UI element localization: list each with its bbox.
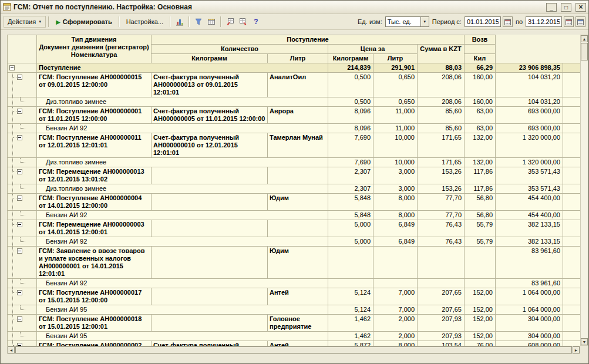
vertical-scroll-thumb[interactable] xyxy=(581,43,588,60)
cell-price-kg[interactable] xyxy=(418,279,465,288)
cell-price-kg[interactable]: 103,54 xyxy=(418,341,465,346)
cell-qty-liter[interactable]: 2,000 xyxy=(373,315,418,332)
cell-qty-liter[interactable]: 11,000 xyxy=(373,107,418,124)
cell-return[interactable] xyxy=(563,211,581,220)
cell-qty-liter[interactable]: 7,000 xyxy=(373,288,418,305)
cell-contractor[interactable]: Аврора xyxy=(268,107,328,124)
vertical-scrollbar[interactable]: ▲ ▼ xyxy=(580,35,588,346)
cell-price-liter[interactable]: 63,00 xyxy=(465,107,496,124)
column-header-quantity[interactable]: Количество xyxy=(152,45,328,54)
cell-price-liter[interactable]: 152,00 xyxy=(465,315,496,332)
cell-qty-kg[interactable]: 7,690 xyxy=(328,133,373,158)
cell-return[interactable] xyxy=(563,158,581,167)
cell-document[interactable]: ГСМ: Перемещение АН000000003 от 14.01.20… xyxy=(37,220,152,237)
generate-button[interactable]: ▶ Сформировать xyxy=(52,16,116,28)
cell-document[interactable]: ГСМ: Заявление о ввозе товаров и уплате … xyxy=(37,247,152,279)
cell-price-liter[interactable]: 66,29 xyxy=(465,63,496,73)
cell-sum[interactable]: 83 961,60 xyxy=(496,247,563,279)
cell-registrar[interactable] xyxy=(152,315,268,332)
column-header-liter[interactable]: Литр xyxy=(268,54,328,63)
cell-nomenclature[interactable]: Бензин АИ 92 xyxy=(37,237,328,247)
period-from-input[interactable] xyxy=(465,16,501,27)
cell-price-liter[interactable]: 63,00 xyxy=(465,124,496,133)
chart-icon[interactable] xyxy=(173,16,186,28)
cell-qty-liter[interactable]: 3,000 xyxy=(373,184,418,194)
period-to-input[interactable] xyxy=(526,16,562,27)
cell-qty-liter[interactable]: 2,000 xyxy=(373,332,418,341)
cell-registrar[interactable] xyxy=(152,247,268,279)
column-header-descriptor[interactable]: Тип движения Документ движения (регистра… xyxy=(37,35,152,63)
unit-dropdown-button[interactable]: ▼ xyxy=(420,16,429,27)
settings-button[interactable]: Настройка... xyxy=(122,16,167,28)
cell-price-liter[interactable]: 132,00 xyxy=(465,158,496,167)
cell-qty-liter[interactable]: 10,000 xyxy=(373,158,418,167)
cell-price-liter[interactable]: 76,00 xyxy=(465,341,496,346)
cell-sum[interactable]: 382 133,15 xyxy=(496,237,563,247)
cell-price-liter[interactable]: 160,00 xyxy=(465,73,496,97)
cell-return[interactable] xyxy=(563,279,581,288)
cell-sum[interactable]: 1 064 000,00 xyxy=(496,288,563,305)
tree-collapse-icon[interactable] xyxy=(17,196,22,201)
horizontal-scrollbar[interactable]: ◄ ► xyxy=(7,346,580,354)
cell-qty-kg[interactable]: 0,500 xyxy=(328,73,373,97)
cell-return[interactable] xyxy=(563,63,581,73)
cell-qty-kg[interactable]: 5,124 xyxy=(328,288,373,305)
cell-sum[interactable]: 1 064 000,00 xyxy=(496,305,563,315)
cell-qty-liter[interactable] xyxy=(373,247,418,279)
cell-nomenclature[interactable]: Бензин АИ 95 xyxy=(37,332,328,341)
cell-sum[interactable]: 693 000,00 xyxy=(496,107,563,124)
cell-price-kg[interactable]: 207,93 xyxy=(418,332,465,341)
cell-nomenclature[interactable]: Диз.топливо зимнее xyxy=(37,97,328,107)
cell-contractor[interactable] xyxy=(268,167,328,184)
cell-qty-liter[interactable]: 8,000 xyxy=(373,211,418,220)
cell-price-liter[interactable]: 56,80 xyxy=(465,194,496,211)
minimize-button[interactable]: _ xyxy=(546,3,557,12)
cell-document[interactable]: ГСМ: Поступление АН000000018 от 15.01.20… xyxy=(37,315,152,332)
cell-registrar[interactable] xyxy=(152,167,268,184)
cell-qty-liter[interactable]: 6,849 xyxy=(373,220,418,237)
cell-price-kg[interactable]: 76,43 xyxy=(418,220,465,237)
cell-registrar[interactable]: Счет-фактура полученный АН000000010 от 1… xyxy=(152,133,268,158)
cell-document[interactable]: ГСМ: Поступление АН000000004 от 14.01.20… xyxy=(37,194,152,211)
cell-document[interactable]: ГСМ: Поступление АН000000001 от 11.01.20… xyxy=(37,107,152,124)
tree-collapse-icon[interactable] xyxy=(17,109,22,114)
cell-return[interactable] xyxy=(563,220,581,237)
cell-price-kg[interactable]: 208,06 xyxy=(418,73,465,97)
cell-price-kg[interactable]: 171,65 xyxy=(418,133,465,158)
cell-price-kg[interactable]: 85,60 xyxy=(418,124,465,133)
cell-sum[interactable]: 1 320 000,00 xyxy=(496,158,563,167)
tree-collapse-icon[interactable] xyxy=(17,222,22,227)
cell-document[interactable]: ГСМ: Поступление АН000000015 от 09.01.20… xyxy=(37,73,152,97)
cell-price-liter[interactable]: 55,79 xyxy=(465,220,496,237)
cell-qty-kg[interactable]: 8,096 xyxy=(328,107,373,124)
cell-qty-kg[interactable]: 214,839 xyxy=(328,63,373,73)
tree-collapse-icon[interactable] xyxy=(17,169,22,174)
cell-return[interactable] xyxy=(563,107,581,124)
column-header-kg[interactable]: Килограмм xyxy=(152,54,268,63)
scroll-right-icon[interactable]: ► xyxy=(573,346,580,353)
cell-nomenclature[interactable]: Диз.топливо зимнее xyxy=(37,184,328,194)
cell-nomenclature[interactable]: Бензин АИ 92 xyxy=(37,211,328,220)
cell-return[interactable] xyxy=(563,133,581,158)
scroll-up-icon[interactable]: ▲ xyxy=(581,35,588,42)
scroll-left-icon[interactable]: ◄ xyxy=(8,346,15,353)
cell-contractor[interactable]: Головное предприятие xyxy=(268,315,328,332)
cell-registrar[interactable] xyxy=(152,194,268,211)
cell-price-kg[interactable]: 207,65 xyxy=(418,288,465,305)
column-header-kg[interactable]: Килограмм xyxy=(328,54,373,63)
cell-registrar[interactable]: Счет-фактура полученный АН000000005 от 1… xyxy=(152,107,268,124)
cell-registrar[interactable] xyxy=(152,220,268,237)
cell-price-liter[interactable]: 117,86 xyxy=(465,167,496,184)
cell-contractor[interactable]: АналитОил xyxy=(268,73,328,97)
cell-return[interactable] xyxy=(563,167,581,184)
cell-price-liter[interactable] xyxy=(465,247,496,279)
cell-qty-liter[interactable]: 291,901 xyxy=(373,63,418,73)
cell-qty-liter[interactable]: 6,849 xyxy=(373,237,418,247)
cell-qty-kg[interactable]: 5,848 xyxy=(328,211,373,220)
cell-qty-kg[interactable]: 5,000 xyxy=(328,237,373,247)
cell-registrar[interactable] xyxy=(152,288,268,305)
cell-qty-kg[interactable]: 5,848 xyxy=(328,194,373,211)
close-button[interactable]: × xyxy=(575,3,586,12)
tree-collapse-icon[interactable] xyxy=(9,65,15,70)
column-header-return-kg[interactable]: Кил xyxy=(465,54,496,63)
